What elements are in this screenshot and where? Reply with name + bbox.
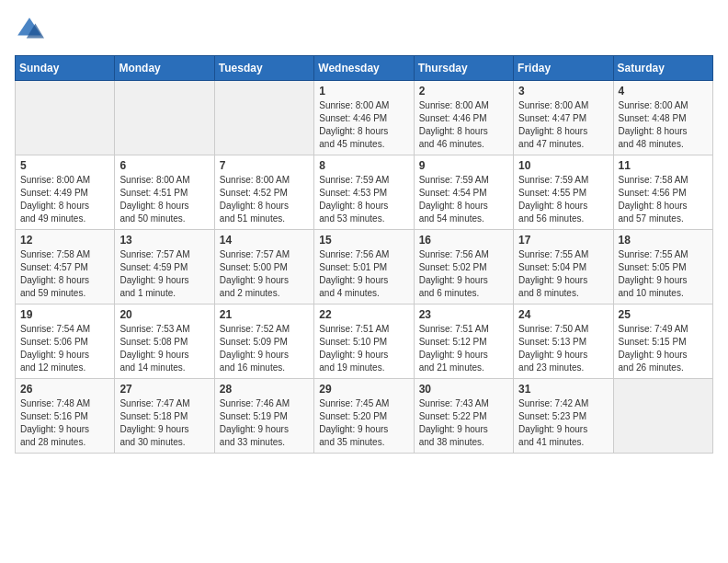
day-info: Sunrise: 7:55 AM Sunset: 5:05 PM Dayligh… xyxy=(619,248,708,300)
calendar-cell: 27Sunrise: 7:47 AM Sunset: 5:18 PM Dayli… xyxy=(115,379,214,454)
day-info: Sunrise: 7:59 AM Sunset: 4:54 PM Dayligh… xyxy=(419,174,508,225)
day-number: 28 xyxy=(220,383,309,396)
day-number: 27 xyxy=(119,383,209,396)
day-info: Sunrise: 8:00 AM Sunset: 4:49 PM Dayligh… xyxy=(20,174,109,225)
day-header-saturday: Saturday xyxy=(613,56,712,81)
day-header-sunday: Sunday xyxy=(16,56,115,81)
page-header xyxy=(15,15,713,44)
calendar-cell: 4Sunrise: 8:00 AM Sunset: 4:48 PM Daylig… xyxy=(613,81,712,155)
day-info: Sunrise: 7:53 AM Sunset: 5:08 PM Dayligh… xyxy=(119,323,209,374)
day-number: 12 xyxy=(20,234,109,247)
day-info: Sunrise: 8:00 AM Sunset: 4:46 PM Dayligh… xyxy=(319,99,408,151)
calendar-cell: 28Sunrise: 7:46 AM Sunset: 5:19 PM Dayli… xyxy=(214,379,313,454)
day-number: 11 xyxy=(619,159,708,172)
calendar-cell: 18Sunrise: 7:55 AM Sunset: 5:05 PM Dayli… xyxy=(613,230,712,304)
day-info: Sunrise: 8:00 AM Sunset: 4:52 PM Dayligh… xyxy=(220,174,309,225)
week-row-3: 12Sunrise: 7:58 AM Sunset: 4:57 PM Dayli… xyxy=(16,230,713,304)
day-number: 16 xyxy=(419,234,508,247)
day-number: 10 xyxy=(518,159,608,172)
day-number: 24 xyxy=(518,308,608,321)
calendar-cell: 11Sunrise: 7:58 AM Sunset: 4:56 PM Dayli… xyxy=(613,155,712,230)
day-info: Sunrise: 7:54 AM Sunset: 5:06 PM Dayligh… xyxy=(20,323,109,374)
calendar-cell: 15Sunrise: 7:56 AM Sunset: 5:01 PM Dayli… xyxy=(314,230,414,304)
day-number: 23 xyxy=(419,308,508,321)
calendar-cell: 10Sunrise: 7:59 AM Sunset: 4:55 PM Dayli… xyxy=(514,155,613,230)
day-header-wednesday: Wednesday xyxy=(314,56,414,81)
calendar-cell: 7Sunrise: 8:00 AM Sunset: 4:52 PM Daylig… xyxy=(214,155,313,230)
day-info: Sunrise: 7:45 AM Sunset: 5:20 PM Dayligh… xyxy=(319,397,408,449)
calendar-cell: 8Sunrise: 7:59 AM Sunset: 4:53 PM Daylig… xyxy=(314,155,414,230)
day-info: Sunrise: 7:56 AM Sunset: 5:01 PM Dayligh… xyxy=(319,248,408,300)
calendar-cell: 31Sunrise: 7:42 AM Sunset: 5:23 PM Dayli… xyxy=(514,379,613,454)
day-number: 7 xyxy=(220,159,309,172)
calendar-cell: 24Sunrise: 7:50 AM Sunset: 5:13 PM Dayli… xyxy=(514,304,613,379)
calendar-cell: 3Sunrise: 8:00 AM Sunset: 4:47 PM Daylig… xyxy=(514,81,613,155)
day-info: Sunrise: 8:00 AM Sunset: 4:48 PM Dayligh… xyxy=(619,99,708,151)
day-info: Sunrise: 7:47 AM Sunset: 5:18 PM Dayligh… xyxy=(119,397,209,449)
week-row-2: 5Sunrise: 8:00 AM Sunset: 4:49 PM Daylig… xyxy=(16,155,713,230)
calendar-cell xyxy=(16,81,115,155)
day-number: 26 xyxy=(20,383,109,396)
calendar-cell: 12Sunrise: 7:58 AM Sunset: 4:57 PM Dayli… xyxy=(16,230,115,304)
calendar-cell xyxy=(115,81,214,155)
day-number: 15 xyxy=(319,234,408,247)
calendar-cell: 14Sunrise: 7:57 AM Sunset: 5:00 PM Dayli… xyxy=(214,230,313,304)
calendar-cell: 20Sunrise: 7:53 AM Sunset: 5:08 PM Dayli… xyxy=(115,304,214,379)
day-info: Sunrise: 7:57 AM Sunset: 5:00 PM Dayligh… xyxy=(220,248,309,300)
day-info: Sunrise: 7:48 AM Sunset: 5:16 PM Dayligh… xyxy=(20,397,109,449)
day-info: Sunrise: 7:55 AM Sunset: 5:04 PM Dayligh… xyxy=(518,248,608,300)
day-info: Sunrise: 7:52 AM Sunset: 5:09 PM Dayligh… xyxy=(220,323,309,374)
day-info: Sunrise: 8:00 AM Sunset: 4:47 PM Dayligh… xyxy=(518,99,608,151)
day-number: 31 xyxy=(518,383,608,396)
day-number: 14 xyxy=(220,234,309,247)
day-info: Sunrise: 8:00 AM Sunset: 4:46 PM Dayligh… xyxy=(419,99,508,151)
calendar-cell: 13Sunrise: 7:57 AM Sunset: 4:59 PM Dayli… xyxy=(115,230,214,304)
day-number: 8 xyxy=(319,159,408,172)
day-info: Sunrise: 7:59 AM Sunset: 4:55 PM Dayligh… xyxy=(518,174,608,225)
calendar-cell xyxy=(214,81,313,155)
calendar-cell: 21Sunrise: 7:52 AM Sunset: 5:09 PM Dayli… xyxy=(214,304,313,379)
day-info: Sunrise: 7:49 AM Sunset: 5:15 PM Dayligh… xyxy=(619,323,708,374)
day-number: 5 xyxy=(20,159,109,172)
day-number: 3 xyxy=(518,85,608,98)
week-row-4: 19Sunrise: 7:54 AM Sunset: 5:06 PM Dayli… xyxy=(16,304,713,379)
day-number: 4 xyxy=(619,85,708,98)
calendar-cell: 23Sunrise: 7:51 AM Sunset: 5:12 PM Dayli… xyxy=(414,304,513,379)
calendar-cell: 6Sunrise: 8:00 AM Sunset: 4:51 PM Daylig… xyxy=(115,155,214,230)
day-info: Sunrise: 7:57 AM Sunset: 4:59 PM Dayligh… xyxy=(119,248,209,300)
day-info: Sunrise: 7:59 AM Sunset: 4:53 PM Dayligh… xyxy=(319,174,408,225)
calendar-cell: 25Sunrise: 7:49 AM Sunset: 5:15 PM Dayli… xyxy=(613,304,712,379)
calendar-table: SundayMondayTuesdayWednesdayThursdayFrid… xyxy=(15,55,713,454)
logo xyxy=(15,15,48,44)
calendar-cell: 26Sunrise: 7:48 AM Sunset: 5:16 PM Dayli… xyxy=(16,379,115,454)
day-number: 25 xyxy=(619,308,708,321)
calendar-cell: 30Sunrise: 7:43 AM Sunset: 5:22 PM Dayli… xyxy=(414,379,513,454)
day-header-tuesday: Tuesday xyxy=(214,56,313,81)
day-header-friday: Friday xyxy=(514,56,613,81)
day-info: Sunrise: 7:51 AM Sunset: 5:12 PM Dayligh… xyxy=(419,323,508,374)
day-info: Sunrise: 7:46 AM Sunset: 5:19 PM Dayligh… xyxy=(220,397,309,449)
day-number: 22 xyxy=(319,308,408,321)
day-number: 19 xyxy=(20,308,109,321)
calendar-cell: 29Sunrise: 7:45 AM Sunset: 5:20 PM Dayli… xyxy=(314,379,414,454)
day-number: 6 xyxy=(119,159,209,172)
day-number: 2 xyxy=(419,85,508,98)
day-number: 30 xyxy=(419,383,508,396)
day-info: Sunrise: 8:00 AM Sunset: 4:51 PM Dayligh… xyxy=(119,174,209,225)
day-header-monday: Monday xyxy=(115,56,214,81)
days-header-row: SundayMondayTuesdayWednesdayThursdayFrid… xyxy=(16,56,713,81)
day-info: Sunrise: 7:56 AM Sunset: 5:02 PM Dayligh… xyxy=(419,248,508,300)
calendar-cell: 9Sunrise: 7:59 AM Sunset: 4:54 PM Daylig… xyxy=(414,155,513,230)
day-info: Sunrise: 7:50 AM Sunset: 5:13 PM Dayligh… xyxy=(518,323,608,374)
day-info: Sunrise: 7:58 AM Sunset: 4:57 PM Dayligh… xyxy=(20,248,109,300)
calendar-cell: 22Sunrise: 7:51 AM Sunset: 5:10 PM Dayli… xyxy=(314,304,414,379)
calendar-cell: 17Sunrise: 7:55 AM Sunset: 5:04 PM Dayli… xyxy=(514,230,613,304)
day-info: Sunrise: 7:51 AM Sunset: 5:10 PM Dayligh… xyxy=(319,323,408,374)
day-number: 29 xyxy=(319,383,408,396)
week-row-1: 1Sunrise: 8:00 AM Sunset: 4:46 PM Daylig… xyxy=(16,81,713,155)
day-number: 18 xyxy=(619,234,708,247)
day-number: 9 xyxy=(419,159,508,172)
calendar-cell: 1Sunrise: 8:00 AM Sunset: 4:46 PM Daylig… xyxy=(314,81,414,155)
day-number: 17 xyxy=(518,234,608,247)
calendar-cell: 19Sunrise: 7:54 AM Sunset: 5:06 PM Dayli… xyxy=(16,304,115,379)
